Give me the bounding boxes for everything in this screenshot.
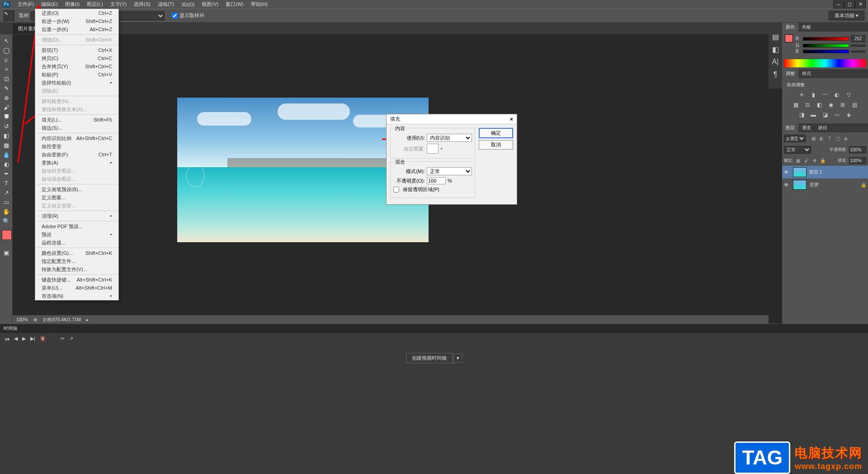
zoom-level[interactable]: 100% [16, 317, 28, 322]
foreground-swatch[interactable] [785, 34, 793, 42]
edit-menu-item[interactable]: 键盘快捷键...Alt+Shift+Ctrl+K [35, 276, 118, 284]
path-selection-tool[interactable]: ↗ [1, 188, 12, 197]
adjustments-tab[interactable]: 调整 [782, 69, 798, 78]
channels-tab[interactable]: 通道 [798, 123, 815, 132]
menu-image[interactable]: 图像(I) [61, 0, 83, 9]
close-icon[interactable]: × [509, 116, 513, 122]
edit-menu-item[interactable]: 描边(S)... [35, 124, 118, 132]
quick-mask-toggle[interactable]: ▣ [1, 248, 12, 257]
photo-filter-icon[interactable]: ◉ [826, 101, 835, 109]
minimize-button[interactable]: ─ [833, 0, 844, 9]
edit-menu-item[interactable]: 填充(L)...Shift+F5 [35, 116, 118, 124]
bw-icon[interactable]: ◧ [815, 101, 824, 109]
hand-tool[interactable]: ✋ [1, 207, 12, 216]
color-spectrum[interactable] [784, 59, 866, 67]
close-button[interactable]: ✕ [855, 0, 866, 9]
menu-window[interactable]: 窗口(W) [222, 0, 247, 9]
edit-menu-item[interactable]: 合并拷贝(Y)Shift+Ctrl+C [35, 62, 118, 70]
vibrance-icon[interactable]: ▽ [844, 91, 853, 99]
prev-frame-icon[interactable]: ◀ [14, 336, 18, 342]
workspace-switcher[interactable]: 基本功能 ▾ [829, 11, 864, 20]
edit-menu-item[interactable]: 变换(A)▸ [35, 159, 118, 167]
visibility-icon[interactable]: 👁 [784, 182, 790, 188]
color-balance-icon[interactable]: ⚖ [803, 101, 812, 109]
lock-transparent-icon[interactable]: ▦ [795, 158, 802, 164]
timeline-tab[interactable]: 时间轴 [0, 324, 868, 333]
ok-button[interactable]: 确定 [479, 128, 513, 138]
layer-name[interactable]: 图层 1 [809, 169, 822, 175]
threshold-icon[interactable]: ◪ [821, 111, 830, 119]
filter-smart-icon[interactable]: ◈ [843, 135, 849, 141]
edit-menu-item[interactable]: 拷贝(C)Ctrl+C [35, 54, 118, 62]
layer-filter-select[interactable]: ρ 类型 [784, 135, 806, 142]
healing-brush-tool[interactable]: ⊕ [1, 93, 12, 102]
edit-menu-item[interactable]: 剪切(T)Ctrl+X [35, 46, 118, 54]
edit-menu-item[interactable]: 粘贴(P)Ctrl+V [35, 70, 118, 79]
layer-row[interactable]: 👁 图层 1 [782, 166, 868, 178]
menu-view[interactable]: 视图(V) [198, 0, 222, 9]
pen-tool[interactable]: ✒ [1, 169, 12, 178]
brush-tool[interactable]: 🖌 [1, 103, 12, 112]
magic-wand-tool[interactable]: ✧ [1, 65, 12, 74]
move-tool[interactable]: ↖ [1, 36, 12, 45]
history-brush-tool[interactable]: ↺ [1, 122, 12, 131]
menu-3d[interactable]: 3D(D) [178, 0, 198, 9]
transition-icon[interactable]: ↗ [69, 336, 73, 342]
use-select[interactable]: 内容识别 [427, 134, 472, 142]
edit-menu-item[interactable]: 操控变形 [35, 142, 118, 150]
posterize-icon[interactable]: ▬ [809, 111, 818, 119]
edit-menu-item[interactable]: 选择性粘贴(I)▸ [35, 79, 118, 87]
brightness-icon[interactable]: ☀ [797, 91, 806, 99]
create-video-timeline-button[interactable]: 创建视频时间轴 [406, 353, 453, 363]
edit-menu-item[interactable]: 后退一步(K)Alt+Ctrl+Z [35, 25, 118, 33]
menu-edit[interactable]: 编辑(E) [38, 0, 61, 9]
show-sample-ring-checkbox[interactable] [172, 13, 178, 19]
filter-adjustment-icon[interactable]: ◐ [818, 135, 825, 141]
layers-tab[interactable]: 图层 [782, 123, 798, 132]
type-tool[interactable]: T [1, 178, 12, 188]
marquee-tool[interactable]: ◯ [1, 46, 12, 55]
lock-position-icon[interactable]: ✥ [811, 158, 818, 164]
menu-select[interactable]: 选择(S) [130, 0, 154, 9]
edit-menu-item[interactable]: 定义图案... [35, 193, 118, 202]
gradient-map-icon[interactable]: ▭ [832, 111, 841, 119]
timeline-type-dropdown-icon[interactable]: ▾ [453, 353, 462, 363]
invert-icon[interactable]: ◨ [797, 111, 806, 119]
edit-menu-item[interactable]: 预设▸ [35, 230, 118, 239]
edit-menu-item[interactable]: 菜单(U)...Alt+Shift+Ctrl+M [35, 284, 118, 292]
edit-menu-item[interactable]: 自由变换(F)Ctrl+T [35, 150, 118, 159]
levels-icon[interactable]: ▮ [809, 91, 818, 99]
mode-select[interactable]: 正常 [427, 167, 472, 175]
zoom-icon[interactable]: ⊕ [33, 317, 37, 322]
edit-menu-item[interactable]: 首选项(N)▸ [35, 292, 118, 300]
swatches-tab[interactable]: 色板 [798, 23, 815, 32]
filter-type-icon[interactable]: T [826, 135, 833, 141]
play-icon[interactable]: ▶ [22, 336, 26, 342]
edit-menu-item[interactable]: 指定配置文件... [35, 257, 118, 265]
edit-menu-item[interactable]: 内容识别比例Alt+Shift+Ctrl+C [35, 134, 118, 142]
edit-menu-item[interactable]: 还原(O)Ctrl+Z [35, 9, 118, 17]
edit-menu-item[interactable]: 前进一步(W)Shift+Ctrl+Z [35, 17, 118, 25]
selective-color-icon[interactable]: ◈ [844, 111, 853, 119]
b-slider[interactable] [803, 50, 849, 53]
menu-file[interactable]: 文件(F) [14, 0, 38, 9]
audio-icon[interactable]: 🔇 [40, 336, 46, 342]
history-panel-icon[interactable]: ▤ [770, 32, 780, 42]
paragraph-panel-icon[interactable]: ¶ [770, 70, 780, 80]
menu-type[interactable]: 文字(Y) [107, 0, 131, 9]
go-to-first-frame-icon[interactable]: ⏮ [5, 336, 9, 342]
layer-opacity-input[interactable] [849, 146, 866, 153]
layer-fill-input[interactable] [849, 157, 866, 164]
clone-stamp-tool[interactable]: ⛊ [1, 112, 12, 121]
hue-icon[interactable]: ▦ [791, 101, 800, 109]
curves-icon[interactable]: 〰 [821, 91, 830, 99]
channel-mixer-icon[interactable]: ⊞ [838, 101, 847, 109]
styles-tab[interactable]: 样式 [798, 69, 815, 78]
crop-tool[interactable]: ⊡ [1, 74, 12, 83]
filter-pixel-icon[interactable]: ▦ [810, 135, 816, 141]
cancel-button[interactable]: 取消 [479, 140, 513, 150]
maximize-button[interactable]: ◻ [844, 0, 855, 9]
edit-menu-item[interactable]: 颜色设置(G)...Shift+Ctrl+K [35, 249, 118, 257]
gradient-tool[interactable]: ▦ [1, 141, 12, 150]
lock-all-icon[interactable]: 🔒 [820, 158, 826, 164]
